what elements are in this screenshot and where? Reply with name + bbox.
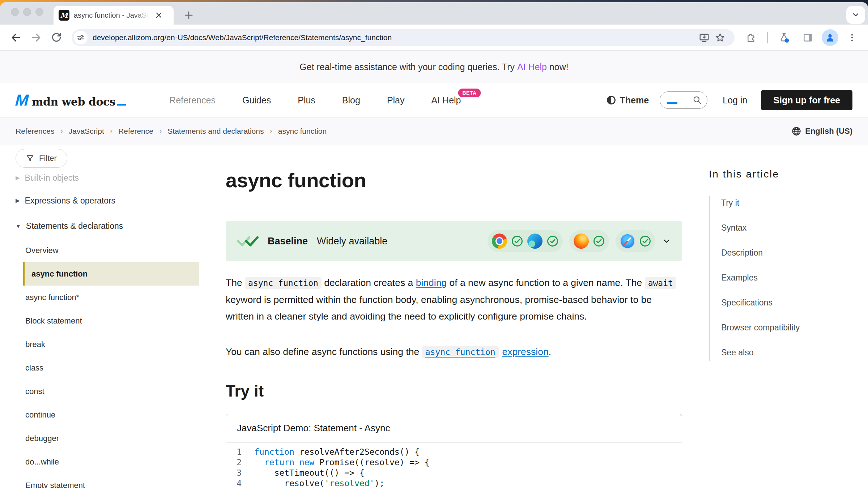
signup-button[interactable]: Sign up for free [761, 90, 852, 110]
async-function-expression-code-link[interactable]: async function [422, 346, 499, 357]
chevron-right-icon: ▶ [16, 175, 20, 181]
sidebar-group-expressions-operators[interactable]: ▶ Expressions & operators [16, 188, 199, 213]
address-bar[interactable]: developer.allizom.org/en-US/docs/Web/Jav… [72, 29, 735, 46]
tab-close-icon[interactable] [153, 9, 165, 21]
chip-chrome-edge [488, 230, 563, 252]
table-of-contents: In this article Try it Syntax Descriptio… [709, 168, 854, 361]
sidebar-item-empty-statement[interactable]: Empty statement [16, 474, 199, 488]
experiments-flask-icon[interactable] [774, 27, 794, 48]
search-input[interactable] [660, 91, 707, 109]
nav-play[interactable]: Play [387, 95, 405, 106]
sidebar-group-built-in-objects[interactable]: ▶ Built-in objects [16, 168, 199, 188]
toc-heading: In this article [709, 168, 854, 180]
search-icon[interactable] [693, 95, 702, 105]
profile-avatar[interactable] [822, 29, 838, 46]
language-selector[interactable]: English (US) [791, 126, 852, 136]
forward-button[interactable] [26, 27, 46, 48]
browser-menu-icon[interactable] [842, 27, 862, 48]
toc-item-description[interactable]: Description [721, 248, 854, 258]
text: The [226, 277, 245, 288]
window-close-button[interactable] [11, 8, 19, 16]
ai-help-link[interactable]: AI Help [517, 62, 547, 72]
nav-ai-help[interactable]: AI Help BETA [431, 95, 461, 106]
sidebar-item-overview[interactable]: Overview [16, 239, 199, 262]
page-content: Filter ▶ Built-in objects ▶ Expressions … [0, 145, 868, 488]
code-await: await [645, 277, 676, 289]
theme-button[interactable]: Theme [606, 95, 649, 106]
sidebar-item-continue[interactable]: continue [16, 403, 199, 427]
sidebar-item-debugger[interactable]: debugger [16, 427, 199, 450]
breadcrumb-reference[interactable]: Reference [118, 127, 153, 136]
language-label: English (US) [805, 127, 852, 136]
reload-button[interactable] [46, 27, 67, 48]
sidebar-item-const[interactable]: const [16, 380, 199, 403]
check-circle-icon [511, 235, 523, 247]
window-zoom-button[interactable] [35, 8, 43, 16]
text: . [549, 346, 551, 357]
sidebar-group-statements-declarations[interactable]: ▼ Statements & declarations [16, 213, 199, 239]
new-tab-button[interactable] [181, 7, 197, 23]
toc-item-syntax[interactable]: Syntax [721, 223, 854, 233]
firefox-icon [574, 234, 589, 249]
code-line[interactable]: 3 setTimeout(() => { [226, 468, 682, 478]
code-line[interactable]: 1 function resolveAfter2Seconds() { [226, 447, 682, 457]
mdn-logo[interactable]: M mdn web docs [16, 91, 126, 109]
globe-icon [791, 126, 801, 136]
binding-link[interactable]: binding [416, 277, 447, 288]
tab-search-button[interactable] [846, 6, 865, 24]
expression-link[interactable]: expression [502, 346, 549, 357]
theme-label: Theme [620, 95, 649, 106]
nav-guides[interactable]: Guides [242, 95, 271, 106]
site-info-icon[interactable] [74, 31, 88, 44]
toolbar-right [741, 27, 862, 48]
toc-item-see-also[interactable]: See also [721, 348, 854, 358]
code-async-function-link[interactable]: async function [422, 346, 499, 358]
side-panel-icon[interactable] [798, 27, 818, 48]
baseline-logo-icon [237, 235, 259, 248]
back-button[interactable] [6, 27, 26, 48]
toc-item-browser-compatibility[interactable]: Browser compatibility [721, 323, 854, 333]
toc-item-try-it[interactable]: Try it [721, 198, 854, 208]
search-caret [667, 102, 677, 104]
baseline-expand-chevron-icon[interactable] [662, 236, 671, 246]
browser-window: M async function - JavaScript | [0, 2, 868, 488]
code-line[interactable]: 4 resolve('resolved'); [226, 478, 682, 488]
install-app-icon[interactable] [696, 30, 712, 46]
sidebar-item-do-while[interactable]: do...while [16, 450, 199, 474]
url-text[interactable]: developer.allizom.org/en-US/docs/Web/Jav… [93, 33, 392, 42]
window-minimize-button[interactable] [23, 8, 31, 16]
breadcrumb-statements[interactable]: Statements and declarations [167, 127, 264, 136]
nav-blog[interactable]: Blog [342, 95, 360, 106]
interactive-demo: JavaScript Demo: Statement - Async 1 fun… [226, 414, 682, 488]
chevron-right-icon: ▶ [16, 197, 20, 204]
sidebar-item-class[interactable]: class [16, 356, 199, 380]
line-number: 2 [226, 457, 247, 468]
breadcrumb-javascript[interactable]: JavaScript [69, 127, 104, 136]
breadcrumb-references[interactable]: References [16, 127, 54, 136]
browser-tab[interactable]: M async function - JavaScript | [54, 6, 174, 25]
toc-item-specifications[interactable]: Specifications [721, 298, 854, 308]
sidebar-item-async-function-star[interactable]: async function* [16, 286, 199, 309]
sidebar-group-label: Built-in objects [25, 173, 79, 183]
breadcrumb-current-page: async function [278, 127, 327, 136]
sidebar-item-block-statement[interactable]: Block statement [16, 309, 199, 333]
extensions-icon[interactable] [741, 27, 761, 48]
baseline-status: Widely available [317, 236, 387, 247]
nav-plus[interactable]: Plus [298, 95, 315, 106]
login-link[interactable]: Log in [723, 95, 747, 106]
ai-help-banner: Get real-time assistance with your codin… [0, 51, 868, 83]
breadcrumb: References › JavaScript › Reference › St… [0, 117, 868, 145]
sidebar-item-async-function-current[interactable]: async function [23, 262, 199, 286]
nav-references[interactable]: References [169, 95, 216, 106]
breadcrumb-separator: › [54, 127, 68, 136]
bookmark-star-icon[interactable] [712, 30, 728, 46]
sidebar-filter-button[interactable]: Filter [16, 149, 67, 168]
demo-code-editor[interactable]: 1 function resolveAfter2Seconds() { 2 re… [226, 442, 682, 488]
tab-title: async function - JavaScript | [74, 11, 150, 20]
demo-title: JavaScript Demo: Statement - Async [226, 414, 682, 442]
banner-text-prefix: Get real-time assistance with your codin… [299, 62, 517, 72]
toc-item-examples[interactable]: Examples [721, 273, 854, 283]
code-line[interactable]: 2 return new Promise((resolve) => { [226, 457, 682, 468]
sidebar-item-break[interactable]: break [16, 333, 199, 356]
line-number: 3 [226, 468, 247, 478]
